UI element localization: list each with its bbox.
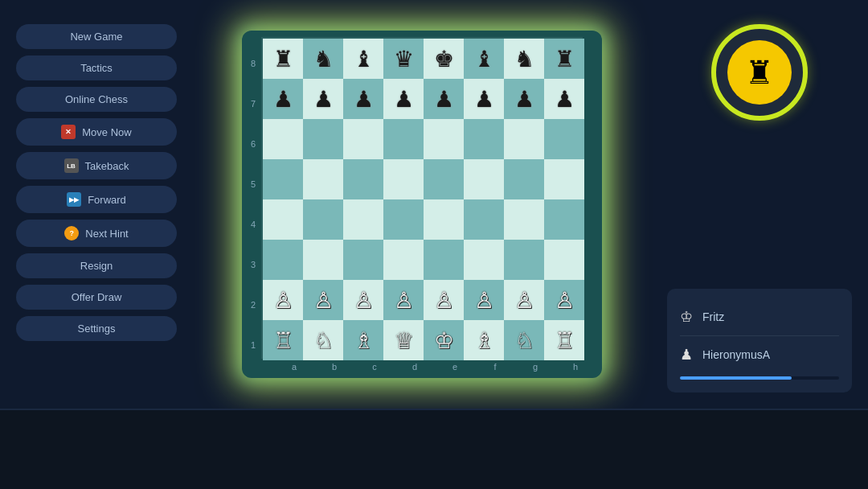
takeback-icon: LB	[64, 158, 79, 173]
cell-6-4[interactable]: ♙	[424, 280, 464, 320]
sidebar: New Game Tactics Online Chess ✕ Move Now…	[16, 16, 177, 392]
cell-2-0[interactable]	[263, 119, 303, 159]
cell-2-6[interactable]	[504, 119, 544, 159]
next-hint-icon: ?	[64, 226, 79, 240]
cell-6-5[interactable]: ♙	[464, 280, 504, 320]
cell-7-2[interactable]: ♗	[343, 320, 383, 360]
player-icon: ♟	[680, 346, 693, 364]
cell-3-4[interactable]	[424, 159, 464, 199]
cell-4-0[interactable]	[263, 199, 303, 240]
cell-3-7[interactable]	[544, 159, 584, 199]
board-glow: 8 7 6 5 4 3 2 1 ♜♞♝♛♚♝♞♜♟♟♟♟♟♟♟♟♙♙♙♙♙♙♙♙…	[242, 31, 602, 378]
new-game-label: New Game	[70, 31, 122, 43]
cell-2-7[interactable]	[544, 119, 584, 159]
settings-label: Settings	[78, 323, 116, 335]
file-labels: a b c d e f g h	[274, 362, 596, 372]
right-panel: ♜ ♔ Fritz ♟ HieronymusA	[667, 16, 852, 392]
cell-6-6[interactable]: ♙	[504, 280, 544, 320]
cell-5-2[interactable]	[343, 240, 383, 280]
cell-2-2[interactable]	[343, 119, 383, 159]
cell-3-3[interactable]	[383, 159, 424, 199]
cell-5-5[interactable]	[464, 240, 504, 280]
players-divider	[680, 335, 839, 336]
cell-4-6[interactable]	[504, 199, 544, 240]
cell-1-6[interactable]: ♟	[504, 79, 544, 119]
cell-0-3[interactable]: ♛	[383, 39, 424, 79]
chess-board[interactable]: ♜♞♝♛♚♝♞♜♟♟♟♟♟♟♟♟♙♙♙♙♙♙♙♙♖♘♗♕♔♗♘♖	[261, 37, 583, 359]
cell-5-4[interactable]	[424, 240, 464, 280]
players-section: ♔ Fritz ♟ HieronymusA	[667, 289, 852, 392]
cell-2-1[interactable]	[303, 119, 343, 159]
cell-0-2[interactable]: ♝	[343, 39, 383, 79]
cell-5-3[interactable]	[383, 240, 424, 280]
cell-3-6[interactable]	[504, 159, 544, 199]
cell-6-3[interactable]: ♙	[383, 280, 424, 320]
cell-2-3[interactable]	[383, 119, 424, 159]
cell-7-0[interactable]: ♖	[263, 320, 303, 360]
cell-7-6[interactable]: ♘	[504, 320, 544, 360]
move-now-icon: ✕	[61, 125, 76, 139]
cell-0-1[interactable]: ♞	[303, 39, 343, 79]
logo-circle: ♜	[711, 24, 808, 121]
forward-icon: ▶▶	[67, 192, 81, 207]
move-now-label: Move Now	[82, 126, 131, 138]
cell-5-7[interactable]	[544, 240, 584, 280]
cell-1-5[interactable]: ♟	[464, 79, 504, 119]
logo-inner: ♜	[727, 40, 792, 105]
cell-4-3[interactable]	[383, 199, 424, 240]
cell-3-0[interactable]	[263, 159, 303, 199]
cell-0-4[interactable]: ♚	[424, 39, 464, 79]
cell-6-7[interactable]: ♙	[544, 280, 584, 320]
cell-4-5[interactable]	[464, 199, 504, 240]
cell-3-2[interactable]	[343, 159, 383, 199]
move-now-button[interactable]: ✕ Move Now	[16, 118, 177, 146]
opponent-row: ♔ Fritz	[680, 302, 839, 332]
cell-0-6[interactable]: ♞	[504, 39, 544, 79]
cell-3-1[interactable]	[303, 159, 343, 199]
forward-button[interactable]: ▶▶ Forward	[16, 186, 177, 213]
cell-7-4[interactable]: ♔	[424, 320, 464, 360]
tactics-label: Tactics	[80, 62, 113, 74]
takeback-label: Takeback	[85, 160, 129, 172]
cell-6-1[interactable]: ♙	[303, 280, 343, 320]
cell-1-4[interactable]: ♟	[424, 79, 464, 119]
cell-2-5[interactable]	[464, 119, 504, 159]
takeback-button[interactable]: LB Takeback	[16, 152, 177, 179]
cell-5-1[interactable]	[303, 240, 343, 280]
online-chess-label: Online Chess	[65, 93, 128, 105]
cell-0-5[interactable]: ♝	[464, 39, 504, 79]
cell-0-7[interactable]: ♜	[544, 39, 584, 79]
cell-3-5[interactable]	[464, 159, 504, 199]
online-chess-button[interactable]: Online Chess	[16, 87, 177, 112]
resign-button[interactable]: Resign	[16, 253, 177, 278]
cell-7-1[interactable]: ♘	[303, 320, 343, 360]
cell-6-2[interactable]: ♙	[343, 280, 383, 320]
tactics-button[interactable]: Tactics	[16, 55, 177, 80]
player-name: HieronymusA	[702, 348, 770, 361]
cell-7-3[interactable]: ♕	[383, 320, 424, 360]
next-hint-label: Next Hint	[85, 228, 128, 240]
cell-1-2[interactable]: ♟	[343, 79, 383, 119]
new-game-button[interactable]: New Game	[16, 24, 177, 49]
settings-button[interactable]: Settings	[16, 316, 177, 341]
cell-4-1[interactable]	[303, 199, 343, 240]
offer-draw-label: Offer Draw	[72, 291, 122, 303]
cell-1-1[interactable]: ♟	[303, 79, 343, 119]
cell-7-7[interactable]: ♖	[544, 320, 584, 360]
cell-1-0[interactable]: ♟	[263, 79, 303, 119]
cell-1-3[interactable]: ♟	[383, 79, 424, 119]
opponent-icon: ♔	[680, 308, 693, 326]
cell-1-7[interactable]: ♟	[544, 79, 584, 119]
cell-4-7[interactable]	[544, 199, 584, 240]
player-row: ♟ HieronymusA	[680, 339, 839, 370]
cell-2-4[interactable]	[424, 119, 464, 159]
cell-4-4[interactable]	[424, 199, 464, 240]
cell-6-0[interactable]: ♙	[263, 280, 303, 320]
cell-0-0[interactable]: ♜	[263, 39, 303, 79]
cell-7-5[interactable]: ♗	[464, 320, 504, 360]
next-hint-button[interactable]: ? Next Hint	[16, 220, 177, 247]
cell-5-0[interactable]	[263, 240, 303, 280]
cell-4-2[interactable]	[343, 199, 383, 240]
cell-5-6[interactable]	[504, 240, 544, 280]
offer-draw-button[interactable]: Offer Draw	[16, 285, 177, 310]
